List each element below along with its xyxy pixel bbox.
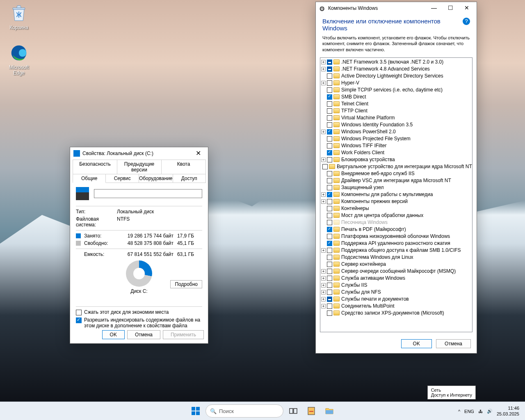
start-button[interactable] bbox=[187, 403, 204, 419]
ok-button[interactable]: OK bbox=[102, 330, 125, 339]
feature-checkbox[interactable] bbox=[327, 241, 332, 246]
feature-checkbox[interactable] bbox=[327, 199, 332, 204]
feature-checkbox[interactable] bbox=[327, 283, 332, 288]
feature-item[interactable]: Подсистема Windows для Linux bbox=[321, 254, 471, 261]
feat-cancel-button[interactable]: Отмена bbox=[436, 339, 471, 348]
expand-icon[interactable]: + bbox=[321, 60, 326, 64]
feature-item[interactable]: Внедряемое веб-ядро служб IIS bbox=[321, 170, 471, 177]
tab-general[interactable]: Общие bbox=[73, 174, 106, 183]
task-view-button[interactable] bbox=[285, 403, 301, 419]
expand-icon[interactable]: + bbox=[321, 290, 326, 294]
feature-item[interactable]: +.NET Framework 3.5 (включая .NET 2.0 и … bbox=[321, 59, 471, 66]
tab-hardware[interactable]: Оборудование bbox=[139, 174, 173, 183]
index-checkbox[interactable] bbox=[76, 317, 82, 323]
tab-service[interactable]: Сервис bbox=[105, 174, 139, 183]
feature-item[interactable]: +Поддержка общего доступа к файлам SMB 1… bbox=[321, 247, 471, 254]
feature-item[interactable]: Мост для центра обработки данных bbox=[321, 212, 471, 219]
feature-checkbox[interactable] bbox=[327, 150, 332, 155]
feature-checkbox[interactable] bbox=[327, 290, 332, 295]
feature-item[interactable]: Виртуальное устройство для интеграции яд… bbox=[321, 163, 471, 170]
feature-checkbox[interactable] bbox=[327, 304, 332, 309]
desktop-icon-edge[interactable]: Microsoft Edge bbox=[3, 43, 34, 76]
volume-icon[interactable]: 🔊 bbox=[487, 409, 493, 414]
feature-checkbox[interactable] bbox=[327, 87, 332, 93]
feature-item[interactable]: +Компоненты для работы с мультимедиа bbox=[321, 191, 471, 198]
feature-item[interactable]: +Windows PowerShell 2.0 bbox=[321, 128, 471, 135]
feature-item[interactable]: Печать в PDF (Майкрософт) bbox=[321, 226, 471, 233]
network-icon[interactable]: 🖧 bbox=[478, 409, 483, 414]
feature-checkbox[interactable] bbox=[327, 248, 332, 253]
compress-checkbox[interactable] bbox=[76, 310, 82, 315]
feature-item[interactable]: +Компоненты прежних версий bbox=[321, 198, 471, 205]
feature-item[interactable]: SMB Direct bbox=[321, 94, 471, 100]
feature-item[interactable]: Платформа низкоуровневой оболочки Window… bbox=[321, 233, 471, 240]
feature-item[interactable]: Windows Projected File System bbox=[321, 135, 471, 142]
feature-item[interactable]: Драйвер VSC для интеграции ядра Microsof… bbox=[321, 177, 471, 184]
close-button[interactable]: ✕ bbox=[190, 148, 206, 159]
search-box[interactable]: 🔍Поиск bbox=[205, 404, 283, 418]
expand-icon[interactable]: + bbox=[321, 269, 326, 274]
details-button[interactable]: Подробно bbox=[170, 280, 202, 288]
feature-checkbox[interactable] bbox=[327, 59, 332, 65]
feature-checkbox[interactable] bbox=[327, 115, 332, 121]
feature-item[interactable]: Simple TCPIP services (i.e. echo, daytim… bbox=[321, 87, 471, 94]
feature-checkbox[interactable] bbox=[327, 94, 332, 100]
expand-icon[interactable]: + bbox=[321, 297, 326, 301]
feature-checkbox[interactable] bbox=[327, 220, 332, 225]
taskbar-features[interactable] bbox=[303, 403, 320, 419]
disk-name-input[interactable] bbox=[94, 189, 202, 198]
expand-icon[interactable]: + bbox=[321, 283, 326, 288]
feat-ok-button[interactable]: OK bbox=[401, 339, 432, 348]
feature-checkbox[interactable] bbox=[322, 164, 328, 169]
feature-item[interactable]: Windows Identity Foundation 3.5 bbox=[321, 121, 471, 128]
tab-quota[interactable]: Квота bbox=[161, 160, 206, 174]
expand-icon[interactable]: + bbox=[321, 248, 326, 253]
feature-checkbox[interactable] bbox=[327, 297, 332, 302]
feature-item[interactable]: +Блокировка устройства bbox=[321, 156, 471, 163]
minimize-button[interactable]: — bbox=[426, 2, 442, 14]
feature-checkbox[interactable] bbox=[327, 213, 332, 218]
feature-checkbox[interactable] bbox=[327, 234, 332, 239]
feature-item[interactable]: Telnet Client bbox=[321, 100, 471, 107]
feature-checkbox[interactable] bbox=[327, 101, 332, 107]
expand-icon[interactable]: + bbox=[321, 192, 326, 197]
language-indicator[interactable]: ENG bbox=[464, 409, 474, 414]
expand-icon[interactable]: + bbox=[321, 199, 326, 204]
feature-checkbox[interactable] bbox=[327, 136, 332, 142]
feature-item[interactable]: Контейнеры bbox=[321, 205, 471, 212]
feature-checkbox[interactable] bbox=[327, 269, 332, 274]
tab-previous[interactable]: Предыдущие версии bbox=[117, 160, 162, 174]
expand-icon[interactable]: + bbox=[321, 81, 326, 85]
close-button[interactable]: ✕ bbox=[459, 2, 475, 14]
feature-checkbox[interactable] bbox=[327, 310, 332, 316]
feature-checkbox[interactable] bbox=[327, 171, 332, 176]
feature-checkbox[interactable] bbox=[327, 73, 332, 79]
feature-checkbox[interactable] bbox=[327, 80, 332, 86]
feature-item[interactable]: Поддержка API удаленного разностного сжа… bbox=[321, 240, 471, 247]
feature-item[interactable]: Active Directory Lightweight Directory S… bbox=[321, 73, 471, 80]
expand-icon[interactable]: + bbox=[321, 67, 326, 71]
feature-item[interactable]: +Службы IIS bbox=[321, 282, 471, 289]
desktop-icon-recycle[interactable]: Корзина bbox=[3, 3, 34, 30]
tab-access[interactable]: Доступ bbox=[173, 174, 206, 183]
feature-item[interactable]: +Соединитель MultiPoint bbox=[321, 303, 471, 310]
help-icon[interactable]: ? bbox=[463, 18, 470, 25]
feature-item[interactable]: +Hyper-V bbox=[321, 80, 471, 87]
expand-icon[interactable]: + bbox=[321, 304, 326, 308]
feature-item[interactable]: Средство записи XPS-документов (Microsof… bbox=[321, 310, 471, 317]
features-tree[interactable]: +.NET Framework 3.5 (включая .NET 2.0 и … bbox=[320, 57, 472, 332]
feature-checkbox[interactable] bbox=[327, 157, 332, 162]
expand-icon[interactable]: + bbox=[321, 130, 326, 134]
maximize-button[interactable]: ☐ bbox=[442, 2, 459, 14]
feature-item[interactable]: +Службы для NFS bbox=[321, 289, 471, 296]
cancel-button[interactable]: Отмена bbox=[127, 330, 160, 339]
expand-icon[interactable]: + bbox=[321, 276, 326, 281]
tray-chevron-icon[interactable]: ^ bbox=[458, 409, 460, 414]
feature-checkbox[interactable] bbox=[327, 129, 332, 135]
tab-security[interactable]: Безопасность bbox=[73, 160, 117, 174]
feat-titlebar[interactable]: ⚙ Компоненты Windows — ☐ ✕ bbox=[316, 2, 477, 14]
feature-item[interactable]: Work Folders Client bbox=[321, 149, 471, 156]
feature-checkbox[interactable] bbox=[327, 178, 332, 183]
taskbar-explorer[interactable] bbox=[321, 403, 338, 419]
feature-item[interactable]: +Служба активации Windows bbox=[321, 275, 471, 282]
